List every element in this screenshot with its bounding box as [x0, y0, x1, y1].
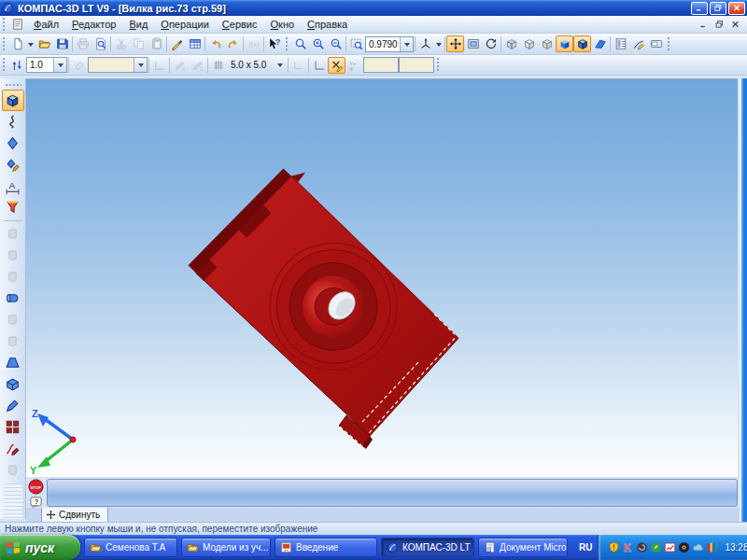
menu-item-5[interactable]: Окно: [264, 17, 302, 32]
stop-button[interactable]: STOP: [28, 479, 44, 495]
cloud-tray-icon[interactable]: [692, 541, 704, 553]
dropdown-arrow-icon[interactable]: [400, 37, 413, 51]
coord-y-field[interactable]: [399, 57, 434, 73]
coord-x-field[interactable]: [363, 57, 399, 73]
layers-button[interactable]: [70, 57, 88, 74]
minimize-button[interactable]: [691, 2, 708, 15]
shaded-with-edges-button[interactable]: [573, 35, 591, 52]
round-off-2-button[interactable]: 2: [189, 57, 206, 74]
chart-tray-icon[interactable]: [664, 541, 676, 553]
dropdown-arrow-icon[interactable]: [53, 58, 66, 72]
local-csys-button[interactable]: [150, 57, 168, 74]
spatial-spline-button[interactable]: [2, 111, 24, 133]
perspective-button[interactable]: [591, 35, 609, 52]
toolbar-grip[interactable]: [667, 36, 671, 52]
open-button[interactable]: [35, 35, 53, 52]
round-off-button[interactable]: 2: [171, 57, 189, 74]
wireframe-button[interactable]: [502, 35, 520, 52]
cut-button[interactable]: [112, 35, 130, 52]
model-tree-button[interactable]: [612, 35, 629, 52]
menu-item-1[interactable]: Редактор: [65, 17, 122, 32]
new-document-button[interactable]: [8, 35, 26, 52]
property-bar[interactable]: [47, 479, 738, 507]
print-button[interactable]: [74, 35, 92, 52]
zoom-scale-combo[interactable]: 0.9790: [365, 36, 414, 52]
menu-item-3[interactable]: Операции: [154, 17, 215, 32]
zoom-out-button[interactable]: [327, 35, 345, 52]
edit-part-button[interactable]: [2, 90, 24, 111]
menu-item-2[interactable]: Вид: [122, 17, 154, 32]
start-button[interactable]: пуск: [0, 535, 80, 560]
dropdown-arrow-icon[interactable]: [134, 58, 147, 72]
filter-button[interactable]: [2, 197, 24, 218]
mdi-restore-button[interactable]: [712, 19, 726, 30]
shaded-button[interactable]: [556, 35, 573, 52]
spatial-curve-button[interactable]: [2, 438, 24, 459]
menubar-grip[interactable]: [2, 17, 7, 33]
measure-button[interactable]: A: [2, 175, 24, 197]
undo-button[interactable]: [206, 35, 224, 52]
operation-5-button[interactable]: [2, 330, 24, 352]
dropdown-arrow-icon[interactable]: [274, 58, 286, 72]
redo-button[interactable]: [224, 35, 242, 52]
cd-tray-icon[interactable]: [678, 541, 690, 553]
hidden-lines-button[interactable]: [520, 35, 538, 52]
zoom-in-button[interactable]: [309, 35, 327, 52]
shell-button[interactable]: [2, 373, 24, 395]
language-indicator[interactable]: RU: [573, 539, 598, 555]
ortho-drawing-button[interactable]: [310, 57, 328, 74]
kaspersky-tray-icon[interactable]: K: [622, 541, 634, 553]
operation-1-button[interactable]: [2, 223, 24, 245]
hidden-lines-thin-button[interactable]: [538, 35, 556, 52]
array-button[interactable]: [2, 416, 24, 438]
expression-button[interactable]: f(x): [245, 35, 262, 52]
properties-panel-button[interactable]: [647, 35, 665, 52]
books-tray-icon[interactable]: [706, 541, 718, 553]
zoom-cursor-button[interactable]: [291, 35, 309, 52]
copy-properties-button[interactable]: [168, 35, 186, 52]
pan-button[interactable]: [446, 35, 464, 52]
taskbar-button-1[interactable]: Модели из уч...: [181, 538, 271, 557]
grid-step-combo[interactable]: 5.0 x 5.0: [227, 57, 287, 73]
extrude-button[interactable]: [2, 287, 24, 309]
sketch-edit-button[interactable]: [2, 395, 24, 416]
coords-button[interactable]: Y+X: [345, 57, 363, 74]
orientation-button[interactable]: [416, 35, 434, 52]
rotate-view-button[interactable]: [482, 35, 500, 52]
sketch-on-plane-button[interactable]: [2, 154, 24, 175]
grid-button[interactable]: [209, 57, 227, 74]
taskbar-button-3[interactable]: КОМПАС-3D LT ...: [381, 538, 474, 557]
save-button[interactable]: [53, 35, 71, 52]
green-app-tray-icon[interactable]: [650, 541, 662, 553]
document-icon[interactable]: [11, 18, 24, 31]
move-mode-tab[interactable]: Сдвинуть: [41, 508, 108, 523]
toolbar-grip[interactable]: [436, 57, 441, 73]
zoom-window-button[interactable]: [464, 35, 482, 52]
point-button[interactable]: [2, 133, 24, 154]
panel-grip[interactable]: [5, 83, 21, 88]
paste-button[interactable]: [148, 35, 165, 52]
mdi-minimize-button[interactable]: [697, 19, 710, 30]
variables-button[interactable]: [186, 35, 204, 52]
toolbar-grip[interactable]: [2, 57, 7, 73]
menu-item-6[interactable]: Справка: [301, 17, 354, 32]
zoom-area-button[interactable]: [347, 35, 365, 52]
shield-tray-icon[interactable]: [608, 541, 620, 553]
boss-button[interactable]: [2, 352, 24, 373]
model-canvas[interactable]: Z Y: [26, 78, 738, 477]
operation-6-button[interactable]: [2, 459, 24, 481]
taskbar-button-4[interactable]: WДокумент Micro...: [478, 538, 568, 557]
step-value-combo[interactable]: 1.0: [26, 57, 67, 73]
operation-3-button[interactable]: [2, 266, 24, 287]
new-document-dropdown-arrow[interactable]: [26, 35, 35, 52]
close-button[interactable]: [728, 2, 745, 15]
orientation-dropdown-arrow[interactable]: [434, 35, 444, 52]
taskbar-button-2[interactable]: Введение: [275, 538, 377, 557]
title-bar[interactable]: КОМПАС-3D LT V9 - [Вилка рис.73 стр.59]: [0, 0, 747, 16]
context-help-button[interactable]: ?: [265, 35, 283, 52]
toolbar-grip[interactable]: [285, 36, 289, 52]
operation-4-button[interactable]: [2, 309, 24, 330]
mdi-close-button[interactable]: [728, 19, 741, 30]
local-frame-button[interactable]: [289, 57, 307, 74]
new-sketch-button[interactable]: [629, 35, 647, 52]
